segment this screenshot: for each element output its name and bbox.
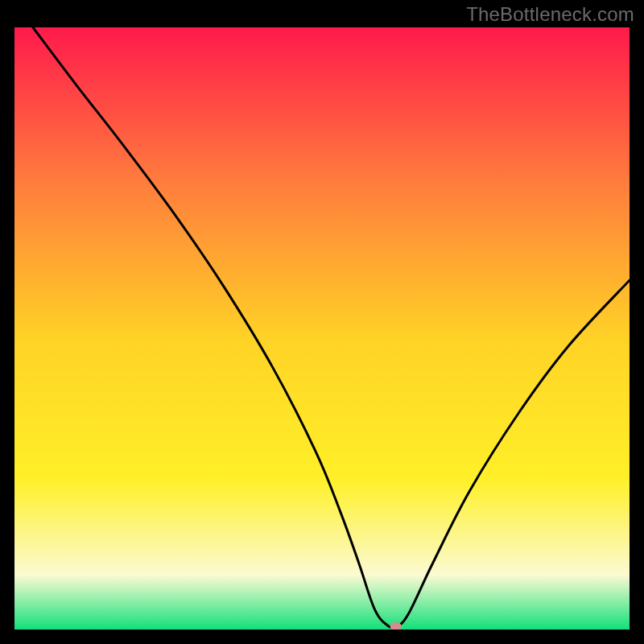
watermark-text: TheBottleneck.com	[466, 3, 634, 26]
chart-plot-area	[14, 27, 630, 630]
chart-svg	[14, 27, 630, 630]
chart-frame: TheBottleneck.com	[0, 0, 644, 644]
optimal-point-marker	[390, 622, 402, 630]
gradient-background	[14, 27, 630, 630]
